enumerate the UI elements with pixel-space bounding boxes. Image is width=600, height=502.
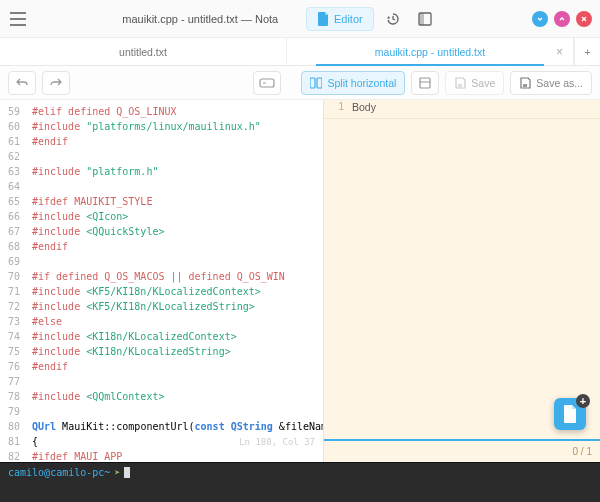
split-label: Split horizontal: [327, 77, 396, 89]
tab-1[interactable]: mauikit.cpp - untitled.txt ×: [287, 38, 574, 65]
terminal-prompt-sep: ~: [104, 467, 110, 478]
file-icon: [317, 12, 329, 26]
save-icon: [454, 77, 466, 89]
layout-button[interactable]: [411, 71, 439, 95]
minimize-button[interactable]: [532, 11, 548, 27]
plus-badge-icon: +: [576, 394, 590, 408]
save-as-button[interactable]: Save as...: [510, 71, 592, 95]
history-button[interactable]: [380, 7, 406, 31]
terminal-prompt-user: camilo@camilo-pc: [8, 467, 104, 478]
svg-rect-6: [458, 84, 462, 87]
panel-toggle-button[interactable]: [412, 7, 438, 31]
save-as-label: Save as...: [536, 77, 583, 89]
terminal[interactable]: camilo@camilo-pc ~ ➤: [0, 462, 600, 502]
toolbar: Split horizontal Save Save as...: [0, 66, 600, 100]
editor-mode-button[interactable]: Editor: [306, 7, 374, 31]
svg-rect-4: [317, 78, 322, 88]
focus-icon: [259, 78, 275, 88]
new-tab-button[interactable]: +: [574, 38, 600, 65]
editor-mode-label: Editor: [334, 13, 363, 25]
tab-0[interactable]: untitled.txt: [0, 38, 287, 65]
new-document-fab[interactable]: +: [554, 398, 586, 430]
preview-status: 0 / 1: [324, 440, 600, 462]
window-controls: [532, 11, 592, 27]
tab-label: untitled.txt: [119, 46, 167, 58]
tabbar: untitled.txt mauikit.cpp - untitled.txt …: [0, 38, 600, 66]
hamburger-button[interactable]: [8, 12, 28, 26]
svg-rect-2: [260, 79, 274, 87]
window-title: mauikit.cpp - untitled.txt — Nota: [122, 13, 278, 25]
focus-mode-button[interactable]: [253, 71, 281, 95]
cursor-position: Ln 180, Col 37: [239, 435, 315, 450]
redo-icon: [49, 77, 63, 89]
preview-pane: 1 Body + 0 / 1: [324, 100, 600, 462]
svg-rect-1: [419, 13, 424, 25]
svg-rect-7: [523, 84, 527, 87]
save-label: Save: [471, 77, 495, 89]
main-split: 59 60 61 62 63 64 65 66 67 68 69 70 71 7…: [0, 100, 600, 462]
preview-body[interactable]: +: [324, 119, 600, 440]
tab-close-icon[interactable]: ×: [556, 45, 563, 59]
editor-pane: 59 60 61 62 63 64 65 66 67 68 69 70 71 7…: [0, 100, 323, 462]
tab-label: mauikit.cpp - untitled.txt: [375, 46, 485, 58]
preview-line-num: 1: [324, 100, 350, 118]
preview-header: 1 Body: [324, 100, 600, 119]
history-icon: [385, 11, 401, 27]
titlebar: mauikit.cpp - untitled.txt — Nota Editor: [0, 0, 600, 38]
preview-title: Body: [350, 100, 600, 118]
document-icon: [562, 405, 578, 423]
preview-status-text: 0 / 1: [573, 446, 592, 457]
terminal-prompt-arrow: ➤: [114, 467, 120, 478]
terminal-cursor: [124, 467, 130, 478]
svg-rect-3: [310, 78, 315, 88]
maximize-button[interactable]: [554, 11, 570, 27]
split-icon: [310, 77, 322, 89]
svg-rect-5: [420, 78, 430, 88]
undo-button[interactable]: [8, 71, 36, 95]
save-button[interactable]: Save: [445, 71, 504, 95]
code-content[interactable]: #elif defined Q_OS_LINUX #include "platf…: [26, 100, 323, 462]
center-tools: Editor: [306, 7, 438, 31]
save-as-icon: [519, 77, 531, 89]
split-horizontal-button[interactable]: Split horizontal: [301, 71, 405, 95]
code-editor[interactable]: 59 60 61 62 63 64 65 66 67 68 69 70 71 7…: [0, 100, 323, 462]
line-gutter: 59 60 61 62 63 64 65 66 67 68 69 70 71 7…: [0, 100, 26, 462]
close-button[interactable]: [576, 11, 592, 27]
undo-icon: [15, 77, 29, 89]
layout-icon: [419, 77, 431, 89]
redo-button[interactable]: [42, 71, 70, 95]
panel-icon: [418, 12, 432, 26]
